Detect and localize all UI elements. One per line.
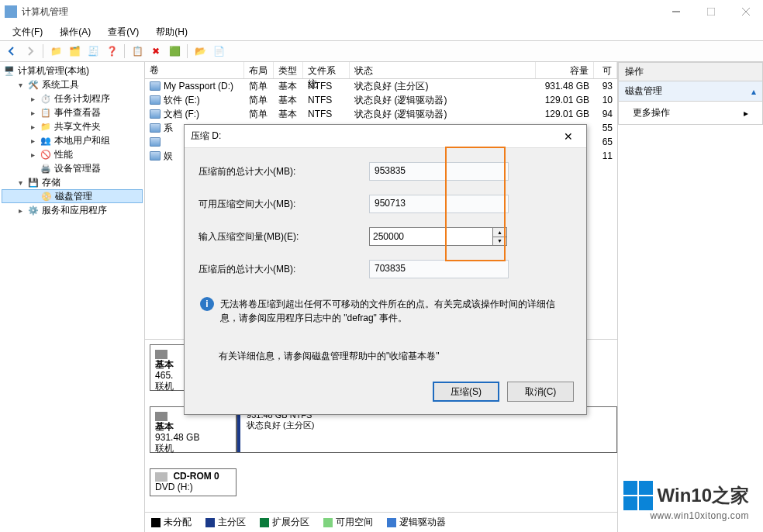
toolbar: 📁 🗂️ 🧾 ❓ 📋 ✖ 🟩 📂 📄 — [0, 40, 763, 62]
toolbar-icon-7[interactable]: 📂 — [192, 43, 209, 60]
label-size-before: 压缩前的总计大小(MB): — [199, 165, 369, 178]
cdrom-block[interactable]: CD-ROM 0 DVD (H:) — [150, 468, 617, 496]
value-size-before: 953835 — [369, 162, 509, 181]
app-icon — [5, 5, 17, 18]
tree-task-scheduler[interactable]: ▸⏱️任务计划程序 — [2, 92, 143, 105]
label-available: 可用压缩空间大小(MB): — [199, 198, 369, 211]
volume-list-header: 卷 布局 类型 文件系统 状态 容量 可 — [145, 62, 617, 79]
col-filesystem[interactable]: 文件系统 — [303, 62, 350, 78]
tree-services[interactable]: ▸⚙️服务和应用程序 — [2, 203, 143, 217]
tree-event-viewer[interactable]: ▸📋事件查看器 — [2, 105, 143, 119]
volume-icon — [150, 151, 161, 161]
actions-header: 操作 — [618, 62, 763, 81]
menu-file[interactable]: 文件(F) — [6, 24, 49, 40]
label-input-amount: 输入压缩空间量(MB)(E): — [199, 230, 369, 244]
disk-icon — [155, 350, 167, 359]
tree-shared-folders[interactable]: ▸📁共享文件夹 — [2, 119, 143, 133]
dialog-title: 压缩 D: — [191, 130, 221, 143]
col-type[interactable]: 类型 — [274, 62, 303, 78]
tree-disk-management[interactable]: 📀磁盘管理 — [2, 189, 143, 203]
collapse-icon: ▴ — [751, 86, 756, 97]
volume-icon — [150, 95, 161, 105]
toolbar-icon-2[interactable]: 🗂️ — [66, 43, 83, 60]
shrink-button[interactable]: 压缩(S) — [433, 382, 499, 402]
spin-down-icon[interactable]: ▼ — [493, 237, 506, 246]
label-size-after: 压缩后的总计大小(MB): — [199, 263, 369, 276]
tree-system-tools[interactable]: ▾🛠️系统工具 — [2, 78, 143, 92]
tree-root[interactable]: 🖥️计算机管理(本地) — [2, 64, 143, 78]
tree-device-manager[interactable]: 🖨️设备管理器 — [2, 161, 143, 175]
menubar: 文件(F) 操作(A) 查看(V) 帮助(H) — [0, 23, 763, 40]
col-capacity[interactable]: 容量 — [536, 62, 594, 78]
toolbar-icon-5[interactable]: 📋 — [129, 43, 146, 60]
toolbar-icon-8[interactable]: 📄 — [210, 43, 227, 60]
navigation-tree: 🖥️计算机管理(本地) ▾🛠️系统工具 ▸⏱️任务计划程序 ▸📋事件查看器 ▸📁… — [0, 62, 145, 532]
dialog-close-button[interactable]: ✕ — [557, 125, 580, 148]
toolbar-refresh-icon[interactable]: ✖ — [147, 43, 164, 60]
cdrom-info: CD-ROM 0 DVD (H:) — [150, 468, 236, 496]
cancel-button[interactable]: 取消(C) — [507, 382, 574, 402]
tree-local-users[interactable]: ▸👥本地用户和组 — [2, 133, 143, 147]
actions-pane: 操作 磁盘管理 ▴ 更多操作 ▸ — [618, 62, 763, 532]
info-icon: i — [200, 297, 214, 311]
menu-action[interactable]: 操作(A) — [54, 24, 97, 40]
spinner[interactable]: ▲▼ — [493, 227, 507, 246]
shrink-volume-dialog: 压缩 D: ✕ 压缩前的总计大小(MB): 953835 可用压缩空间大小(MB… — [184, 124, 587, 415]
volume-row[interactable]: My Passport (D:)简单基本NTFS状态良好 (主分区)931.48… — [145, 79, 617, 93]
dialog-details-text: 有关详细信息，请参阅磁盘管理帮助中的"收缩基本卷" — [199, 333, 572, 369]
volume-row[interactable]: 软件 (E:)简单基本NTFS状态良好 (逻辑驱动器)129.01 GB10 — [145, 93, 617, 107]
disk-legend: 未分配 主分区 扩展分区 可用空间 逻辑驱动器 — [145, 512, 617, 532]
window-title: 计算机管理 — [22, 5, 68, 19]
svg-rect-1 — [707, 8, 715, 16]
shrink-amount-input[interactable] — [369, 227, 493, 246]
minimize-button[interactable] — [658, 0, 693, 23]
toolbar-icon-4[interactable]: ❓ — [103, 43, 120, 60]
volume-icon — [150, 123, 161, 133]
tree-storage[interactable]: ▾💾存储 — [2, 175, 143, 189]
actions-more[interactable]: 更多操作 ▸ — [619, 102, 762, 124]
toolbar-icon-1[interactable]: 📁 — [47, 43, 64, 60]
value-available: 950713 — [369, 195, 509, 213]
col-free[interactable]: 可 — [594, 62, 617, 78]
actions-section-title[interactable]: 磁盘管理 ▴ — [619, 81, 762, 102]
window-titlebar: 计算机管理 — [0, 0, 763, 23]
col-volume[interactable]: 卷 — [145, 62, 244, 78]
volume-icon — [150, 81, 161, 91]
toolbar-icon-3[interactable]: 🧾 — [85, 43, 102, 60]
volume-icon — [150, 109, 161, 119]
toolbar-icon-6[interactable]: 🟩 — [166, 43, 183, 60]
value-size-after: 703835 — [369, 260, 509, 278]
nav-back-button[interactable] — [3, 43, 20, 60]
disk-icon — [155, 412, 167, 421]
menu-help[interactable]: 帮助(H) — [150, 24, 194, 40]
menu-view[interactable]: 查看(V) — [102, 24, 145, 40]
dialog-titlebar: 压缩 D: ✕ — [185, 125, 586, 148]
close-button[interactable] — [728, 0, 763, 23]
volume-row[interactable]: 文档 (F:)简单基本NTFS状态良好 (逻辑驱动器)129.01 GB94 — [145, 107, 617, 121]
maximize-button[interactable] — [693, 0, 728, 23]
chevron-right-icon: ▸ — [744, 108, 748, 119]
spin-up-icon[interactable]: ▲ — [493, 228, 506, 237]
cdrom-icon — [155, 472, 167, 482]
col-status[interactable]: 状态 — [350, 62, 536, 78]
tree-performance[interactable]: ▸🚫性能 — [2, 147, 143, 161]
dialog-info: i 无法将卷压缩到超出任何不可移动的文件所在的点。有关完成该操作时间的详细信息，… — [199, 292, 572, 333]
nav-forward-button[interactable] — [22, 43, 39, 60]
col-layout[interactable]: 布局 — [244, 62, 274, 78]
volume-icon — [150, 137, 161, 147]
